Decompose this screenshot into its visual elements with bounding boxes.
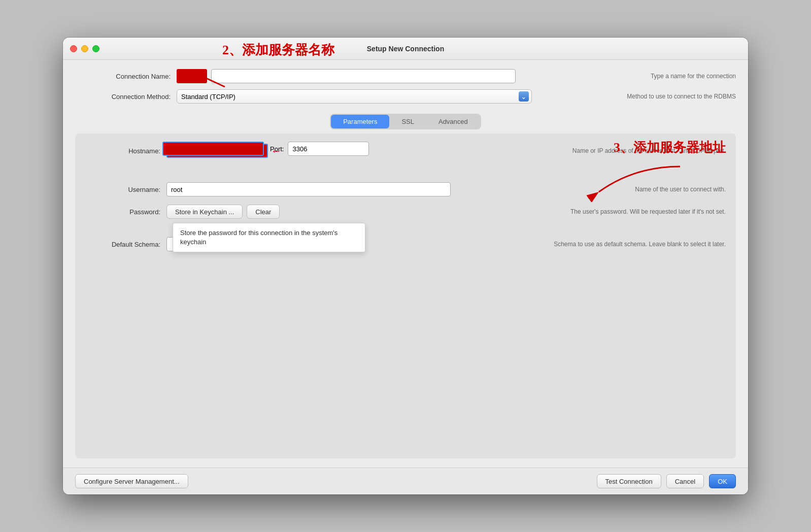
footer-right-buttons: Test Connection Cancel OK (597, 474, 736, 488)
dialog-footer: Configure Server Management... Test Conn… (63, 468, 748, 494)
default-schema-description: Schema to use as default schema. Leave b… (554, 240, 726, 249)
username-input[interactable] (166, 182, 451, 196)
hostname-label: Hostname: (85, 147, 166, 155)
tab-advanced[interactable]: Advanced (426, 115, 480, 128)
connection-name-row: Connection Name: Type a name for the con… (75, 69, 736, 83)
parameters-panel: 3、添加服务器地址 Hostname: ← Name or IP addres (75, 134, 736, 458)
connection-method-row: Connection Method: Standard (TCP/IP) Met… (75, 89, 736, 104)
traffic-lights (70, 45, 99, 52)
connection-method-select-wrapper: Standard (TCP/IP) (177, 89, 532, 104)
password-row: Password: Store in Keychain ... Clear Th… (85, 205, 726, 219)
username-label: Username: (85, 186, 166, 193)
keychain-tooltip: Store the password for this connection i… (173, 223, 365, 252)
test-connection-button[interactable]: Test Connection (597, 474, 661, 488)
tab-ssl[interactable]: SSL (389, 115, 426, 128)
minimize-button[interactable] (81, 45, 88, 52)
clear-password-button[interactable]: Clear (247, 205, 280, 219)
password-controls: Store in Keychain ... Clear (166, 205, 560, 219)
default-schema-label: Default Schema: (85, 241, 166, 248)
password-description: The user's password. Will be requested l… (570, 208, 726, 216)
setup-connection-dialog: Setup New Connection Connection Name: Ty… (63, 38, 748, 494)
maximize-button[interactable] (92, 45, 99, 52)
tabs-container: Parameters SSL Advanced (75, 114, 736, 129)
connection-method-select[interactable]: Standard (TCP/IP) (177, 89, 532, 104)
store-keychain-button[interactable]: Store in Keychain ... (166, 205, 243, 219)
dialog-content: Connection Name: Type a name for the con… (63, 60, 748, 468)
close-button[interactable] (70, 45, 77, 52)
tab-parameters[interactable]: Parameters (331, 115, 389, 128)
connection-method-controls: Standard (TCP/IP) (177, 89, 619, 104)
hostname-description: Name or IP address of the server host - … (572, 147, 726, 155)
connection-method-label: Connection Method: (75, 93, 177, 101)
ok-button[interactable]: OK (709, 474, 736, 488)
connection-name-input[interactable] (211, 69, 516, 83)
username-controls (166, 182, 625, 196)
connection-name-controls (177, 69, 643, 83)
cancel-button[interactable]: Cancel (666, 474, 704, 488)
port-label-inline: Port: (270, 145, 284, 153)
username-row: Username: Name of the user to connect wi… (85, 182, 726, 196)
dialog-title: Setup New Connection (367, 45, 444, 53)
connection-name-description: Type a name for the connection (651, 73, 736, 80)
connection-name-highlight (177, 69, 207, 83)
connection-name-label: Connection Name: (75, 73, 177, 80)
password-label: Password: (85, 208, 166, 216)
username-description: Name of the user to connect with. (635, 185, 726, 194)
hostname-input-red (162, 142, 264, 156)
tab-bar: Parameters SSL Advanced (330, 114, 481, 129)
connection-method-description: Method to use to connect to the RDBMS (627, 93, 736, 100)
port-input[interactable] (288, 142, 369, 156)
titlebar: Setup New Connection (63, 38, 748, 60)
configure-server-management-button[interactable]: Configure Server Management... (75, 474, 188, 488)
